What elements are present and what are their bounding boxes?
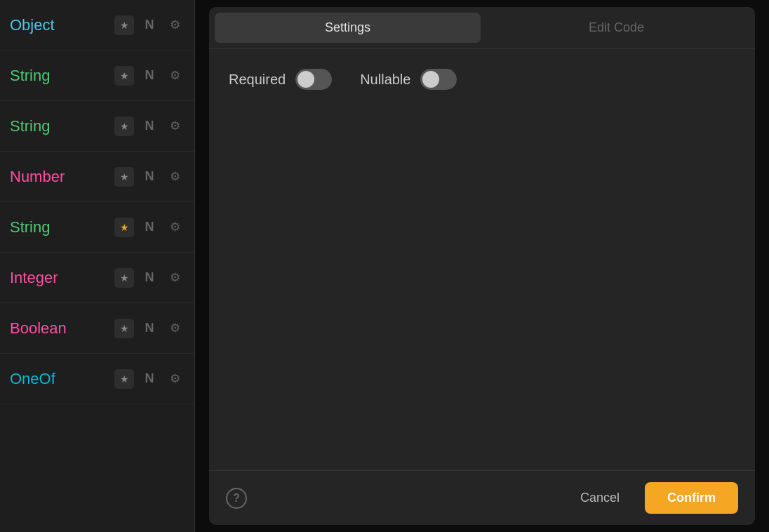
icon-group-string3: ★N⚙ — [114, 218, 185, 237]
nullable-toggle[interactable] — [420, 69, 457, 90]
settings-row: Required Nullable — [229, 69, 735, 90]
star-icon[interactable]: ★ — [114, 117, 134, 136]
dialog: Settings Edit Code Required Nullable — [209, 7, 755, 525]
star-icon[interactable]: ★ — [114, 218, 134, 237]
sidebar-item-label-string3: String — [10, 218, 114, 237]
sidebar-item-label-boolean: Boolean — [10, 319, 114, 338]
sidebar: Object★N⚙String★N⚙String★N⚙Number★N⚙Stri… — [0, 0, 195, 532]
sidebar-item-object[interactable]: Object★N⚙ — [0, 0, 194, 51]
icon-group-integer: ★N⚙ — [114, 268, 185, 288]
icon-group-string1: ★N⚙ — [114, 66, 185, 86]
star-icon[interactable]: ★ — [114, 66, 134, 86]
n-icon[interactable]: N — [140, 167, 159, 187]
nullable-label: Nullable — [360, 72, 410, 88]
sidebar-item-integer[interactable]: Integer★N⚙ — [0, 253, 194, 303]
dialog-body: Required Nullable — [209, 49, 755, 470]
sidebar-item-label-object: Object — [10, 16, 114, 34]
nullable-group: Nullable — [360, 69, 457, 90]
sidebar-item-label-string1: String — [10, 67, 114, 85]
n-icon[interactable]: N — [140, 66, 159, 86]
gear-icon[interactable]: ⚙ — [165, 369, 185, 389]
confirm-button[interactable]: Confirm — [645, 482, 738, 514]
star-icon[interactable]: ★ — [114, 369, 134, 389]
n-icon[interactable]: N — [140, 117, 159, 136]
star-icon[interactable]: ★ — [114, 15, 134, 35]
gear-icon[interactable]: ⚙ — [165, 218, 185, 237]
main-area: Settings Edit Code Required Nullable — [195, 0, 769, 532]
required-toggle-knob — [297, 71, 314, 88]
dialog-header: Settings Edit Code — [209, 7, 755, 49]
required-toggle[interactable] — [295, 69, 332, 90]
gear-icon[interactable]: ⚙ — [165, 15, 185, 35]
n-icon[interactable]: N — [140, 15, 159, 35]
sidebar-item-number[interactable]: Number★N⚙ — [0, 152, 194, 202]
n-icon[interactable]: N — [140, 319, 159, 338]
icon-group-string2: ★N⚙ — [114, 117, 185, 136]
sidebar-item-boolean[interactable]: Boolean★N⚙ — [0, 303, 194, 354]
sidebar-item-label-oneof: OneOf — [10, 370, 114, 388]
star-icon[interactable]: ★ — [114, 319, 134, 338]
gear-icon[interactable]: ⚙ — [165, 268, 185, 288]
icon-group-oneof: ★N⚙ — [114, 369, 185, 389]
n-icon[interactable]: N — [140, 369, 159, 389]
sidebar-item-string2[interactable]: String★N⚙ — [0, 101, 194, 152]
dialog-footer: ? Cancel Confirm — [209, 470, 755, 525]
sidebar-item-string3[interactable]: String★N⚙ — [0, 202, 194, 253]
icon-group-boolean: ★N⚙ — [114, 319, 185, 338]
nullable-toggle-knob — [422, 71, 439, 88]
sidebar-item-string1[interactable]: String★N⚙ — [0, 51, 194, 101]
gear-icon[interactable]: ⚙ — [165, 117, 185, 136]
n-icon[interactable]: N — [140, 218, 159, 237]
help-icon[interactable]: ? — [226, 488, 247, 509]
sidebar-item-label-integer: Integer — [10, 269, 114, 287]
star-icon[interactable]: ★ — [114, 268, 134, 288]
gear-icon[interactable]: ⚙ — [165, 66, 185, 86]
required-label: Required — [229, 72, 286, 88]
icon-group-object: ★N⚙ — [114, 15, 185, 35]
required-group: Required — [229, 69, 332, 90]
icon-group-number: ★N⚙ — [114, 167, 185, 187]
star-icon[interactable]: ★ — [114, 167, 134, 187]
sidebar-item-oneof[interactable]: OneOf★N⚙ — [0, 354, 194, 404]
cancel-button[interactable]: Cancel — [566, 484, 634, 512]
footer-buttons: Cancel Confirm — [566, 482, 738, 514]
sidebar-item-label-number: Number — [10, 168, 114, 186]
sidebar-item-label-string2: String — [10, 117, 114, 135]
gear-icon[interactable]: ⚙ — [165, 167, 185, 187]
n-icon[interactable]: N — [140, 268, 159, 288]
tab-editcode[interactable]: Edit Code — [483, 13, 749, 43]
tab-settings[interactable]: Settings — [215, 13, 481, 43]
gear-icon[interactable]: ⚙ — [165, 319, 185, 338]
